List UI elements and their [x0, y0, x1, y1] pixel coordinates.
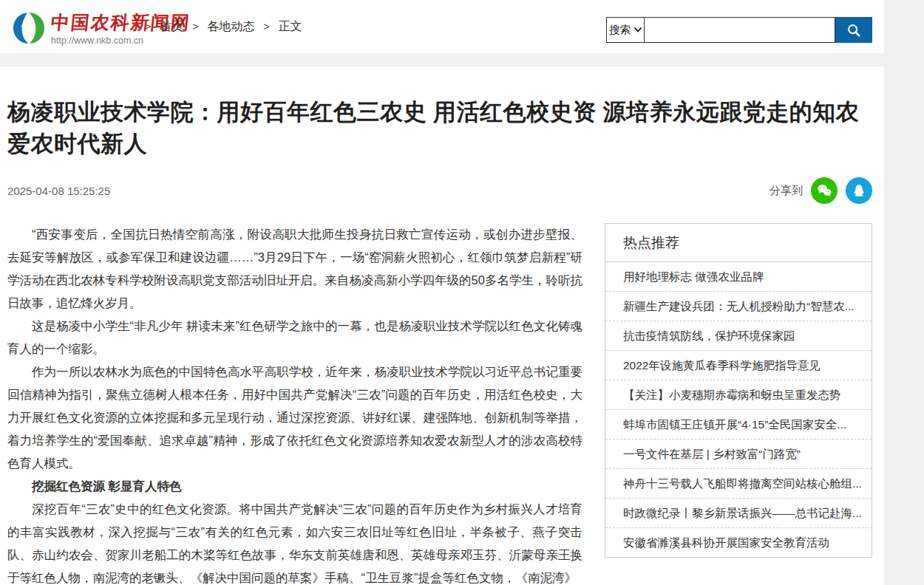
article-subheading: 挖掘红色资源 彰显育人特色 — [7, 475, 582, 498]
sidebar-item[interactable]: 安徽省濉溪县科协开展国家安全教育活动 — [605, 528, 872, 557]
sidebar-item[interactable]: 2022年设施黄瓜春季科学施肥指导意见 — [605, 351, 872, 380]
article-paragraph: 这是杨凌中小学生“非凡少年 耕读未来”红色研学之旅中的一幕，也是杨凌职业技术学院… — [7, 315, 582, 360]
share-label: 分享到 — [770, 184, 803, 198]
breadcrumb-separator: > — [263, 21, 269, 32]
article-title: 杨凌职业技术学院：用好百年红色三农史 用活红色校史资 源培养永远跟党走的知农爱农… — [6, 96, 872, 160]
breadcrumb: > 首页 > 各地动态 > 正文 — [145, 0, 302, 53]
article-body: “西安事变后，全国抗日热情空前高涨，附设高职大批师生投身抗日救亡宣传运动，或创办… — [6, 223, 582, 585]
hot-recommendations-panel: 热点推荐 用好地理标志 做强农业品牌 新疆生产建设兵团：无人机授粉助力“智慧农.… — [605, 223, 872, 558]
article-paragraph: “西安事变后，全国抗日热情空前高涨，附设高职大批师生投身抗日救亡宣传运动，或创办… — [7, 223, 582, 315]
search-bar: 搜索 — [606, 17, 872, 43]
qq-icon — [850, 182, 868, 199]
site-header: 中国农科新闻网 http://www.nkb.com.cn > 首页 > 各地动… — [0, 0, 884, 53]
sidebar-item[interactable]: 神舟十三号载人飞船即将撤离空间站核心舱组... — [605, 469, 872, 499]
search-button[interactable] — [835, 17, 872, 43]
breadcrumb-section[interactable]: 各地动态 — [207, 19, 254, 35]
article-date: 2025-04-08 15:25:25 — [7, 185, 110, 197]
sidebar-item[interactable]: 新疆生产建设兵团：无人机授粉助力“智慧农... — [605, 292, 872, 321]
sidebar-item[interactable]: 【关注】小麦穗期赤霉病和蚜虫呈重发态势 — [605, 380, 872, 410]
search-input[interactable] — [645, 17, 835, 43]
search-icon — [846, 22, 862, 38]
wechat-icon — [815, 182, 833, 199]
breadcrumb-home[interactable]: 首页 — [160, 19, 183, 35]
sidebar-item[interactable]: 蚌埠市固镇王庄镇开展“4·15”全民国家安全... — [605, 410, 872, 439]
breadcrumb-current: 正文 — [279, 19, 302, 35]
chevron-down-icon — [634, 27, 642, 32]
sidebar-item[interactable]: 用好地理标志 做强农业品牌 — [605, 262, 872, 292]
sidebar-item[interactable]: 一号文件在基层 | 乡村致富“门路宽” — [605, 439, 872, 469]
sidebar-list: 用好地理标志 做强农业品牌 新疆生产建设兵团：无人机授粉助力“智慧农... 抗击… — [605, 262, 872, 557]
sidebar-item[interactable]: 抗击疫情筑防线，保护环境保家园 — [605, 321, 872, 351]
article-paragraph: 作为一所以农林水为底色的中国特色高水平高职学校，近年来，杨凌职业技术学院以习近平… — [7, 360, 582, 475]
share-wechat-button[interactable] — [811, 177, 838, 204]
breadcrumb-separator: > — [145, 21, 151, 32]
sidebar-title: 热点推荐 — [605, 224, 872, 262]
main-content: 杨凌职业技术学院：用好百年红色三农史 用活红色校史资 源培养永远跟党走的知农爱农… — [0, 66, 884, 585]
search-category-select[interactable]: 搜索 — [606, 17, 645, 43]
globe-swoosh-icon — [12, 11, 46, 45]
sidebar-item[interactable]: 时政微纪录丨黎乡新景话振兴——总书记赴海... — [605, 499, 872, 528]
breadcrumb-separator: > — [192, 21, 198, 32]
content-columns: “西安事变后，全国抗日热情空前高涨，附设高职大批师生投身抗日救亡宣传运动，或创办… — [6, 223, 872, 585]
search-select-label: 搜索 — [609, 23, 631, 37]
article-meta: 2025-04-08 15:25:25 分享到 — [6, 177, 872, 204]
share-qq-button[interactable] — [846, 177, 872, 204]
share-widget: 分享到 — [770, 177, 872, 204]
article-paragraph: 深挖百年“三农”史中的红色文化资源。将中国共产党解决“三农”问题的百年历史作为乡… — [7, 498, 582, 585]
